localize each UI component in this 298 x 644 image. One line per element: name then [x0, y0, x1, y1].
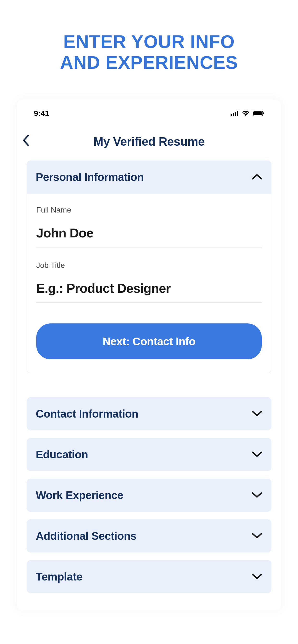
section-header-contact[interactable]: Contact Information [27, 397, 271, 430]
section-title-personal: Personal Information [36, 170, 144, 184]
wifi-icon [242, 111, 249, 116]
chevron-down-icon [252, 530, 262, 541]
status-bar: 9:41 [17, 100, 281, 125]
nav-bar: My Verified Resume [17, 125, 281, 160]
heading-line-2: AND EXPERIENCES [0, 52, 298, 73]
battery-icon [253, 111, 264, 116]
section-title-education: Education [36, 448, 88, 461]
chevron-down-icon [252, 408, 262, 419]
section-header-template[interactable]: Template [27, 560, 271, 593]
field-full-name: Full Name [36, 206, 262, 248]
phone-frame: 9:41 My Verified Resume Personal Informa… [17, 100, 281, 610]
section-title-additional: Additional Sections [36, 530, 136, 542]
label-full-name: Full Name [36, 206, 262, 214]
collapsed-sections: Contact Information Education Work Exper… [27, 397, 271, 593]
next-contact-info-button[interactable]: Next: Contact Info [36, 324, 262, 360]
chevron-down-icon [252, 490, 262, 500]
section-personal-information: Personal Information Full Name Job Title… [27, 160, 271, 373]
input-full-name[interactable] [36, 221, 262, 248]
chevron-up-icon [252, 172, 262, 182]
svg-rect-6 [263, 112, 264, 114]
section-title-work: Work Experience [36, 489, 123, 502]
content: Personal Information Full Name Job Title… [17, 160, 281, 593]
back-button[interactable] [22, 134, 29, 149]
status-time: 9:41 [34, 109, 49, 118]
section-title-template: Template [36, 570, 83, 583]
svg-rect-2 [235, 112, 236, 116]
section-header-work[interactable]: Work Experience [27, 479, 271, 512]
marketing-heading: ENTER YOUR INFO AND EXPERIENCES [0, 31, 298, 73]
section-header-personal[interactable]: Personal Information [27, 160, 271, 194]
page-title: My Verified Resume [22, 135, 276, 148]
section-body-personal: Full Name Job Title Next: Contact Info [27, 194, 271, 373]
svg-rect-5 [253, 112, 262, 115]
status-right [231, 111, 264, 116]
heading-line-1: ENTER YOUR INFO [0, 31, 298, 52]
svg-rect-1 [233, 113, 234, 116]
section-header-additional[interactable]: Additional Sections [27, 520, 271, 552]
section-header-education[interactable]: Education [27, 438, 271, 471]
svg-rect-3 [237, 111, 238, 116]
svg-rect-0 [231, 114, 232, 116]
label-job-title: Job Title [36, 261, 262, 270]
section-title-contact: Contact Information [36, 407, 138, 420]
input-job-title[interactable] [36, 276, 262, 303]
chevron-down-icon [252, 571, 262, 582]
field-job-title: Job Title [36, 261, 262, 303]
chevron-down-icon [252, 449, 262, 460]
cellular-signal-icon [231, 111, 239, 116]
